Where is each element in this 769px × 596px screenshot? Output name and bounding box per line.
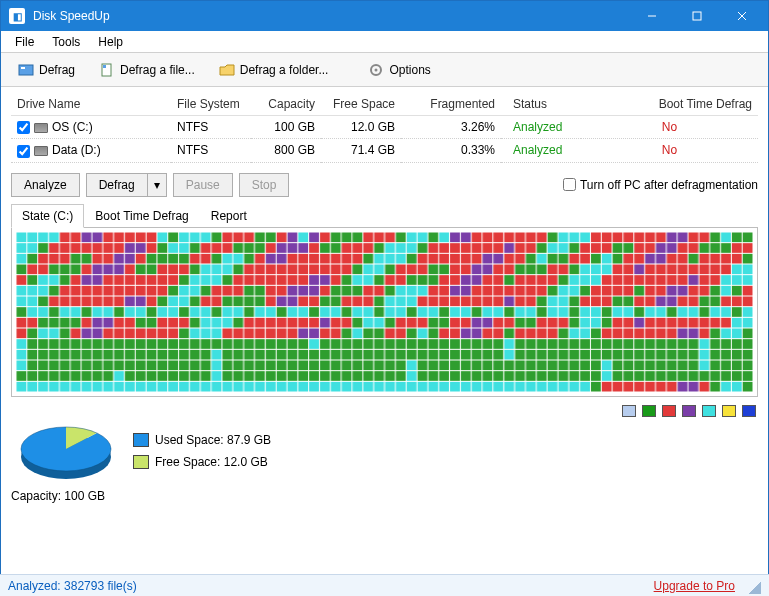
table-header-row: Drive Name File System Capacity Free Spa… (11, 93, 758, 116)
drive-status: Analyzed (501, 139, 581, 162)
svg-rect-7 (103, 65, 106, 68)
drive-free: 71.4 GB (321, 139, 401, 162)
col-fragmented: Fragmented (430, 97, 495, 111)
fragmentation-legend (11, 397, 758, 417)
col-capacity: Capacity (268, 97, 315, 111)
menu-file[interactable]: File (7, 33, 42, 51)
defrag-icon (18, 62, 34, 78)
toolbar-defrag[interactable]: Defrag (9, 57, 84, 83)
toolbar: Defrag Defrag a file... Defrag a folder.… (1, 53, 768, 87)
legend-swatch (662, 405, 676, 417)
used-space-item: Used Space: 87.9 GB (133, 433, 271, 447)
toolbar-defrag-folder-label: Defrag a folder... (240, 63, 329, 77)
drive-free: 12.0 GB (321, 116, 401, 139)
space-summary: Used Space: 87.9 GB Free Space: 12.0 GB (11, 417, 758, 483)
drive-capacity: 100 GB (251, 116, 321, 139)
turnoff-label: Turn off PC after defragmentation (580, 178, 758, 192)
space-pie-chart (16, 421, 116, 481)
drive-capacity: 800 GB (251, 139, 321, 162)
legend-swatch (642, 405, 656, 417)
folder-icon (219, 62, 235, 78)
col-boot: Boot Time Defrag (659, 97, 752, 111)
drive-fragmented: 0.33% (401, 139, 501, 162)
toolbar-defrag-file[interactable]: Defrag a file... (90, 57, 204, 83)
close-button[interactable] (719, 1, 764, 31)
drive-icon (34, 123, 48, 133)
gear-icon (368, 62, 384, 78)
menu-tools[interactable]: Tools (44, 33, 88, 51)
app-icon: ◧ (9, 8, 25, 24)
upgrade-link[interactable]: Upgrade to Pro (654, 579, 735, 593)
file-icon (99, 62, 115, 78)
toolbar-defrag-label: Defrag (39, 63, 75, 77)
toolbar-defrag-file-label: Defrag a file... (120, 63, 195, 77)
legend-swatch (682, 405, 696, 417)
legend-swatch (622, 405, 636, 417)
col-name: Drive Name (17, 97, 80, 111)
fragmentation-map (11, 227, 758, 397)
stop-button[interactable]: Stop (239, 173, 290, 197)
resize-grip[interactable] (745, 578, 761, 594)
tabs: State (C:) Boot Time Defrag Report (11, 203, 758, 228)
defrag-dropdown-button[interactable]: ▾ (148, 173, 167, 197)
fragmentation-grid (16, 232, 753, 392)
drive-boot: No (581, 116, 758, 139)
toolbar-defrag-folder[interactable]: Defrag a folder... (210, 57, 338, 83)
analyze-button[interactable]: Analyze (11, 173, 80, 197)
pause-button[interactable]: Pause (173, 173, 233, 197)
legend-swatch (722, 405, 736, 417)
turnoff-checkbox-label[interactable]: Turn off PC after defragmentation (563, 178, 758, 192)
table-row[interactable]: OS (C:)NTFS100 GB12.0 GB3.26%AnalyzedNo (11, 116, 758, 139)
col-free: Free Space (333, 97, 395, 111)
table-row[interactable]: Data (D:)NTFS800 GB71.4 GB0.33%AnalyzedN… (11, 139, 758, 162)
col-status: Status (513, 97, 547, 111)
drive-table: Drive Name File System Capacity Free Spa… (11, 93, 758, 163)
titlebar: ◧ Disk SpeedUp (1, 1, 768, 31)
drive-boot: No (581, 139, 758, 162)
menubar: File Tools Help (1, 31, 768, 53)
drive-checkbox[interactable] (17, 145, 30, 158)
drive-name: OS (C:) (52, 120, 93, 134)
turnoff-checkbox[interactable] (563, 178, 576, 191)
col-fs: File System (177, 97, 240, 111)
maximize-button[interactable] (674, 1, 719, 31)
svg-point-9 (375, 68, 378, 71)
menu-help[interactable]: Help (90, 33, 131, 51)
window-title: Disk SpeedUp (33, 9, 629, 23)
free-label: Free Space: 12.0 GB (155, 455, 268, 469)
capacity-label: Capacity: 100 GB (11, 483, 758, 503)
statusbar: Analyzed: 382793 file(s) Upgrade to Pro (0, 574, 769, 596)
defrag-button[interactable]: Defrag (86, 173, 148, 197)
free-swatch (133, 455, 149, 469)
action-row: Analyze Defrag ▾ Pause Stop Turn off PC … (11, 163, 758, 203)
drive-fs: NTFS (171, 116, 251, 139)
legend-swatch (702, 405, 716, 417)
status-analyzed: Analyzed: 382793 file(s) (8, 579, 137, 593)
svg-rect-1 (693, 12, 701, 20)
used-label: Used Space: 87.9 GB (155, 433, 271, 447)
svg-rect-5 (21, 67, 25, 69)
legend-swatch (742, 405, 756, 417)
tab-boot[interactable]: Boot Time Defrag (84, 204, 199, 228)
drive-name: Data (D:) (52, 143, 101, 157)
drive-fs: NTFS (171, 139, 251, 162)
drive-fragmented: 3.26% (401, 116, 501, 139)
drive-icon (34, 146, 48, 156)
drive-status: Analyzed (501, 116, 581, 139)
toolbar-options[interactable]: Options (359, 57, 439, 83)
free-space-item: Free Space: 12.0 GB (133, 455, 271, 469)
svg-rect-4 (19, 65, 33, 75)
used-swatch (133, 433, 149, 447)
toolbar-options-label: Options (389, 63, 430, 77)
tab-report[interactable]: Report (200, 204, 258, 228)
tab-state[interactable]: State (C:) (11, 204, 84, 228)
minimize-button[interactable] (629, 1, 674, 31)
drive-checkbox[interactable] (17, 121, 30, 134)
